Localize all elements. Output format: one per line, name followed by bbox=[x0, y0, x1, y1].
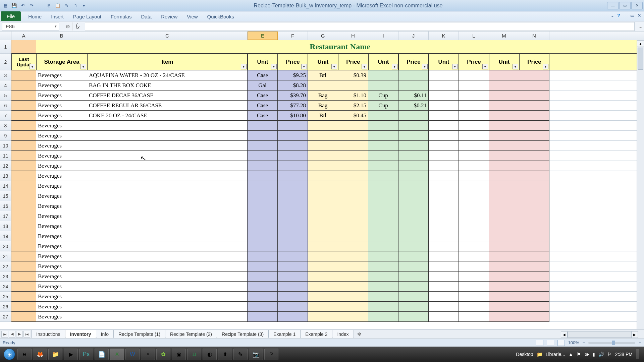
header-price-5[interactable]: Price▾ bbox=[519, 54, 549, 70]
cell-storage-area[interactable]: Beverages bbox=[36, 191, 87, 201]
cell-unit-4[interactable] bbox=[429, 70, 459, 80]
header-unit-1[interactable]: Unit▾ bbox=[248, 54, 278, 70]
cell-price-2[interactable] bbox=[338, 292, 368, 302]
cell-unit-4[interactable] bbox=[429, 201, 459, 211]
cell-price-3[interactable] bbox=[398, 282, 429, 292]
cell-last-update[interactable] bbox=[11, 272, 36, 282]
cell-price-5[interactable] bbox=[519, 131, 549, 141]
cell-price-3[interactable] bbox=[398, 141, 429, 151]
cell-price-3[interactable]: $0.21 bbox=[398, 101, 429, 111]
row-header[interactable]: 8 bbox=[0, 121, 11, 131]
cell-unit-1[interactable] bbox=[248, 201, 278, 211]
cell-unit-2[interactable] bbox=[308, 231, 338, 241]
maximize-button[interactable]: ▭ bbox=[619, 2, 631, 9]
cell-unit-1[interactable] bbox=[248, 211, 278, 221]
cell-storage-area[interactable]: Beverages bbox=[36, 312, 87, 322]
cell-unit-5[interactable] bbox=[489, 221, 519, 231]
cell-rest[interactable] bbox=[549, 302, 644, 312]
cell-item[interactable] bbox=[87, 312, 248, 322]
cell-price-4[interactable] bbox=[459, 90, 489, 101]
row-header[interactable]: 20 bbox=[0, 241, 11, 251]
cell-storage-area[interactable]: Beverages bbox=[36, 302, 87, 312]
cell-price-5[interactable] bbox=[519, 221, 549, 231]
row-header[interactable]: 18 bbox=[0, 221, 11, 231]
cell-unit-2[interactable] bbox=[308, 211, 338, 221]
cell-storage-area[interactable]: Beverages bbox=[36, 131, 87, 141]
cell-price-1[interactable] bbox=[278, 211, 308, 221]
cell-price-2[interactable] bbox=[338, 251, 368, 261]
taskbar-camera-icon[interactable]: 📷 bbox=[249, 349, 263, 360]
cell-price-3[interactable] bbox=[398, 302, 429, 312]
spreadsheet-grid[interactable]: 1 Restaurant Name 2 Last Updat▾ Storage … bbox=[0, 40, 644, 322]
row-header[interactable]: 25 bbox=[0, 292, 11, 302]
tray-flag-icon[interactable]: ⚑ bbox=[577, 352, 581, 357]
cell-unit-4[interactable] bbox=[429, 171, 459, 181]
tab-formulas[interactable]: Formulas bbox=[106, 12, 137, 21]
cell-price-4[interactable] bbox=[459, 161, 489, 171]
taskbar-notepad-icon[interactable]: 📄 bbox=[95, 349, 109, 360]
cell-last-update[interactable] bbox=[11, 282, 36, 292]
cell-unit-2[interactable] bbox=[308, 171, 338, 181]
cell-unit-3[interactable] bbox=[368, 292, 398, 302]
cell-price-3[interactable] bbox=[398, 131, 429, 141]
col-header-b[interactable]: B bbox=[36, 32, 87, 40]
cell-price-2[interactable] bbox=[338, 261, 368, 272]
cell-rest[interactable] bbox=[549, 201, 644, 211]
view-normal-button[interactable] bbox=[536, 340, 543, 346]
start-button[interactable]: ⊞ bbox=[2, 348, 17, 361]
show-desktop-button[interactable] bbox=[636, 349, 639, 359]
cell-last-update[interactable] bbox=[11, 261, 36, 272]
cell-unit-1[interactable] bbox=[248, 231, 278, 241]
cell-unit-4[interactable] bbox=[429, 131, 459, 141]
cell-rest[interactable] bbox=[549, 231, 644, 241]
tab-review[interactable]: Review bbox=[156, 12, 182, 21]
cell-price-1[interactable] bbox=[278, 141, 308, 151]
cell-unit-4[interactable] bbox=[429, 231, 459, 241]
cell-price-3[interactable] bbox=[398, 171, 429, 181]
tab-insert[interactable]: Insert bbox=[46, 12, 68, 21]
cell-unit-3[interactable] bbox=[368, 312, 398, 322]
taskbar-explorer-icon[interactable]: 📁 bbox=[48, 349, 62, 360]
cell-last-update[interactable] bbox=[11, 302, 36, 312]
cell-rest[interactable] bbox=[549, 181, 644, 191]
cell-last-update[interactable] bbox=[11, 191, 36, 201]
cell-storage-area[interactable]: Beverages bbox=[36, 90, 87, 101]
cell-unit-1[interactable] bbox=[248, 151, 278, 161]
cell-price-4[interactable] bbox=[459, 101, 489, 111]
cell-rest[interactable] bbox=[549, 261, 644, 272]
cell-unit-4[interactable] bbox=[429, 111, 459, 121]
header-price-2[interactable]: Price▾ bbox=[338, 54, 368, 70]
cell-unit-3[interactable] bbox=[368, 302, 398, 312]
cell-price-3[interactable] bbox=[398, 272, 429, 282]
cell-last-update[interactable] bbox=[11, 251, 36, 261]
cell-unit-3[interactable] bbox=[368, 141, 398, 151]
cell-price-5[interactable] bbox=[519, 241, 549, 251]
cell-unit-4[interactable] bbox=[429, 241, 459, 251]
cell-unit-5[interactable] bbox=[489, 261, 519, 272]
cell-unit-3[interactable] bbox=[368, 80, 398, 90]
cell-last-update[interactable] bbox=[11, 151, 36, 161]
cell-unit-3[interactable] bbox=[368, 171, 398, 181]
sheet-nav-prev-icon[interactable]: ◀ bbox=[9, 331, 15, 338]
cell-price-3[interactable] bbox=[398, 261, 429, 272]
tab-home[interactable]: Home bbox=[23, 12, 46, 21]
cell-unit-1[interactable] bbox=[248, 312, 278, 322]
cell-price-2[interactable] bbox=[338, 161, 368, 171]
scroll-up-icon[interactable]: ▲ bbox=[637, 40, 644, 47]
cell-price-3[interactable] bbox=[398, 161, 429, 171]
cell-storage-area[interactable]: Beverages bbox=[36, 141, 87, 151]
cell-item[interactable]: BAG IN THE BOX COKE bbox=[87, 80, 248, 90]
cell-unit-4[interactable] bbox=[429, 211, 459, 221]
row-header[interactable]: 10 bbox=[0, 141, 11, 151]
sheet-tab-index[interactable]: Index bbox=[332, 330, 354, 338]
cell-item[interactable] bbox=[87, 211, 248, 221]
cell-unit-2[interactable] bbox=[308, 151, 338, 161]
cell-price-3[interactable] bbox=[398, 181, 429, 191]
scroll-thumb[interactable] bbox=[638, 48, 643, 70]
cell-price-4[interactable] bbox=[459, 231, 489, 241]
cell-rest[interactable] bbox=[549, 241, 644, 251]
cell-unit-4[interactable] bbox=[429, 161, 459, 171]
cell-price-4[interactable] bbox=[459, 312, 489, 322]
col-header-j[interactable]: J bbox=[398, 32, 429, 40]
cell-price-3[interactable] bbox=[398, 292, 429, 302]
